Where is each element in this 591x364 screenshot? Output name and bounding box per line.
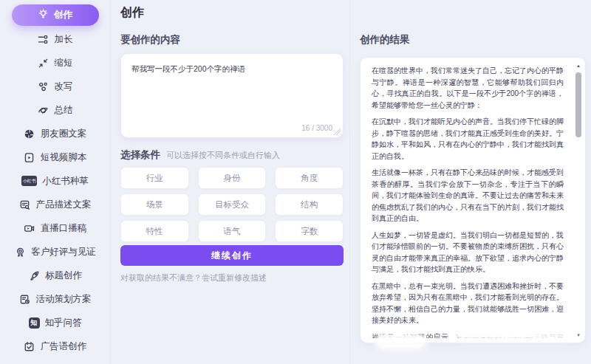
lengthen-icon [38,33,49,45]
sidebar-item-live-script[interactable]: 直播口播稿 [0,216,110,240]
sidebar-item-shorten[interactable]: 缩短 [0,51,110,75]
sidebar-item-label: 缩短 [55,57,73,69]
result-panel: 创作的结果 在喧嚣的世界中，我们常常迷失了自己，忘记了内心的平静与宁静。禅语是一… [360,0,586,364]
retry-hint: 对获取的结果不满意？尝试重新修改描述 [120,272,267,284]
sidebar-item-summarize[interactable]: 总结 [0,98,110,122]
xiaohongshu-badge-icon: 小红书 [21,176,37,186]
continue-create-button[interactable]: 继续创作 [120,245,344,266]
result-paragraph: 在沉默中，我们才能听见内心的声音。当我们停下忙碌的脚步，静下喧嚣的思绪，我们才能… [372,116,564,162]
moments-icon [24,128,35,140]
sidebar-item-label: 创作 [54,9,72,21]
condition-button-angle[interactable]: 角度 [275,167,344,189]
condition-button-audience[interactable]: 目标受众 [198,193,267,216]
sidebar-item-ad-slogan[interactable]: 广告语创作 [0,334,110,358]
sidebar-item-rewrite[interactable]: 改写 [0,75,110,98]
result-paragraph: 生活就像一杯茶，只有在静下心来品味的时候，才能感受到茶香的醇厚。当我们学会放下一… [372,167,564,224]
planet-icon [38,104,49,116]
scrollbar-thumb[interactable] [575,72,581,137]
medal-icon [14,246,26,258]
result-card: 在喧嚣的世界中，我们常常迷失了自己，忘记了内心的平静与宁静。禅语是一种深邃的智慧… [360,57,586,343]
sidebar-item-label: 改写 [55,80,73,93]
conditions-section-label: 选择条件 [120,148,160,162]
char-counter: 16 / 3000 [301,124,332,132]
composer-card: 帮我写一段不少于200个字的禅语 16 / 3000 [120,53,344,138]
sidebar-item-moments-copy[interactable]: 朋友圈文案 [0,122,110,145]
conditions-header: 选择条件 可以选择按不同条件或自行输入 [120,148,280,162]
app-window: 创作 加长 [0,0,591,364]
sidebar-item-short-video-script[interactable]: 短视频脚本 [0,145,110,169]
condition-options-grid: 行业 身份 角度 场景 目标受众 结构 特性 语气 字数 [120,167,344,242]
shorten-icon [38,57,49,69]
sidebar-item-label: 产品描述文案 [36,199,92,211]
zhihu-badge-icon: 知 [29,317,40,329]
condition-button-industry[interactable]: 行业 [120,167,189,189]
page-title: 创作 [120,5,144,21]
result-section-label: 创作的结果 [360,33,410,47]
document-search-icon [19,199,31,210]
result-paragraph: 在黑暗中，总有一束光明。当我们遭遇困难和挫折时，不要放弃希望，因为只有在黑暗中，… [372,281,564,326]
lightbulb-icon [38,9,49,22]
condition-button-wordcount[interactable]: 字数 [275,220,344,242]
condition-button-identity[interactable]: 身份 [198,167,267,189]
condition-button-structure[interactable]: 结构 [275,193,344,216]
sidebar-item-label: 加长 [55,33,73,46]
sidebar: 创作 加长 [0,0,111,364]
result-paragraph: 在喧嚣的世界中，我们常常迷失了自己，忘记了内心的平静与宁静。禅语是一种深邃的智慧… [372,65,564,111]
video-play-icon [24,151,35,163]
sidebar-list: 加长 缩短 改写 [0,27,110,358]
sidebar-item-lengthen[interactable]: 加长 [0,27,110,51]
conditions-hint: 可以选择按不同条件或自行输入 [166,150,280,161]
scroll-down-icon[interactable]: ▼ [573,330,584,340]
sidebar-item-label: 朋友圈文案 [41,128,87,140]
resize-grip-icon[interactable] [334,128,341,135]
camera-play-icon [24,222,35,234]
result-paragraph: 禅语是一种智慧的启示，它能够带给我们内心的平静与安宁。 [372,332,564,339]
result-text: 在喧嚣的世界中，我们常常迷失了自己，忘记了内心的平静与宁静。禅语是一种深邃的智慧… [372,65,564,338]
rocket-icon [28,269,40,281]
scroll-up-icon[interactable]: ▲ [573,61,584,70]
sidebar-item-title-creation[interactable]: 标题创作 [0,264,110,287]
sidebar-item-create[interactable]: 创作 [12,4,99,26]
sidebar-item-label: 直播口播稿 [41,222,87,235]
result-scrollbar[interactable]: ▲ ▼ [573,59,584,341]
sidebar-item-label: 小红书种草 [42,175,89,188]
sidebar-item-zhihu-qa[interactable]: 知 知乎问答 [0,311,110,334]
panel-divider [349,0,350,364]
sidebar-item-event-plan[interactable]: 活动策划方案 [0,287,110,311]
condition-button-scene[interactable]: 场景 [120,193,189,216]
sidebar-item-label: 短视频脚本 [41,151,87,164]
sidebar-item-label: 活动策划方案 [36,293,92,306]
document-clock-icon [19,293,31,305]
sidebar-item-label: 总结 [55,104,73,117]
sidebar-item-product-description[interactable]: 产品描述文案 [0,193,110,216]
composer-section-label: 要创作的内容 [120,33,180,47]
condition-button-trait[interactable]: 特性 [120,220,189,242]
sidebar-item-label: 客户好评与见证 [31,246,96,258]
sidebar-item-label: 知乎问答 [45,317,82,329]
sidebar-item-label: 标题创作 [45,269,82,282]
sidebar-item-testimonials[interactable]: 客户好评与见证 [0,240,110,264]
rewrite-icon [38,80,49,92]
condition-button-tone[interactable]: 语气 [198,220,267,242]
result-paragraph: 人生如梦，一切皆是虚幻。当我们明白一切都是短暂的，我们才能珍惜眼前的一切。不要被… [372,230,564,275]
sidebar-item-xiaohongshu[interactable]: 小红书 小红书种草 [0,169,110,193]
calendar-check-icon [24,340,35,352]
sidebar-item-label: 广告语创作 [41,340,87,353]
